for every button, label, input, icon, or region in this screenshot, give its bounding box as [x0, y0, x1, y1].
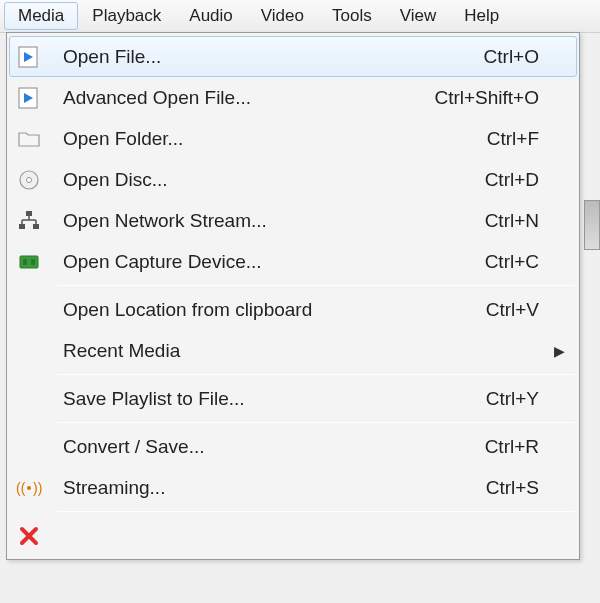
menu-shortcut: Ctrl+O — [484, 46, 569, 68]
svg-text:)): )) — [33, 480, 42, 496]
menu-label: Open Folder... — [63, 128, 487, 150]
menu-shortcut: Ctrl+S — [486, 477, 569, 499]
menu-label: Open Location from clipboard — [63, 299, 486, 321]
menu-item-open-folder[interactable]: Open Folder... Ctrl+F — [9, 118, 577, 159]
menu-tools[interactable]: Tools — [318, 2, 386, 30]
menu-label: Save Playlist to File... — [63, 388, 486, 410]
svg-rect-14 — [23, 259, 27, 265]
menu-shortcut: Ctrl+F — [487, 128, 569, 150]
menu-label: Convert / Save... — [63, 436, 485, 458]
menu-help[interactable]: Help — [450, 2, 513, 30]
svg-rect-8 — [33, 224, 39, 229]
menu-item-advanced-open-file[interactable]: Advanced Open File... Ctrl+Shift+O — [9, 77, 577, 118]
menu-video[interactable]: Video — [247, 2, 318, 30]
quit-icon — [15, 522, 43, 550]
menu-item-open-network[interactable]: Open Network Stream... Ctrl+N — [9, 200, 577, 241]
stream-icon: (()) — [15, 474, 43, 502]
network-icon — [15, 207, 43, 235]
menu-label: Advanced Open File... — [63, 87, 434, 109]
menu-separator — [57, 374, 575, 375]
menu-label: Open Network Stream... — [63, 210, 485, 232]
menu-shortcut: Ctrl+R — [485, 436, 569, 458]
menu-item-open-file[interactable]: Open File... Ctrl+O — [9, 36, 577, 77]
menu-shortcut: Ctrl+Y — [486, 388, 569, 410]
menu-item-convert-save[interactable]: Convert / Save... Ctrl+R — [9, 426, 577, 467]
menu-shortcut: Ctrl+V — [486, 299, 569, 321]
menu-item-quit[interactable] — [9, 515, 577, 556]
menu-separator — [57, 422, 575, 423]
capture-icon — [15, 248, 43, 276]
menu-item-streaming[interactable]: (()) Streaming... Ctrl+S — [9, 467, 577, 508]
submenu-arrow-icon: ▶ — [554, 343, 565, 359]
menu-label: Recent Media — [63, 340, 569, 362]
menu-audio[interactable]: Audio — [175, 2, 246, 30]
menu-item-open-clipboard[interactable]: Open Location from clipboard Ctrl+V — [9, 289, 577, 330]
menu-separator — [57, 511, 575, 512]
svg-rect-6 — [26, 211, 32, 216]
svg-rect-13 — [20, 256, 38, 268]
menubar: Media Playback Audio Video Tools View He… — [0, 0, 600, 33]
svg-point-17 — [27, 486, 31, 490]
play-file-icon — [15, 84, 43, 112]
svg-point-5 — [27, 177, 32, 182]
menu-item-save-playlist[interactable]: Save Playlist to File... Ctrl+Y — [9, 378, 577, 419]
svg-rect-7 — [19, 224, 25, 229]
menu-label: Open Capture Device... — [63, 251, 485, 273]
window-edge — [584, 200, 600, 250]
menu-item-open-disc[interactable]: Open Disc... Ctrl+D — [9, 159, 577, 200]
menu-shortcut: Ctrl+Shift+O — [434, 87, 569, 109]
menu-item-recent-media[interactable]: Recent Media ▶ — [9, 330, 577, 371]
menu-playback[interactable]: Playback — [78, 2, 175, 30]
menu-shortcut: Ctrl+N — [485, 210, 569, 232]
menu-shortcut: Ctrl+C — [485, 251, 569, 273]
menu-label: Open File... — [63, 46, 484, 68]
menu-separator — [57, 285, 575, 286]
menu-media[interactable]: Media — [4, 2, 78, 30]
menu-label: Open Disc... — [63, 169, 485, 191]
folder-icon — [15, 125, 43, 153]
menu-label: Streaming... — [63, 477, 486, 499]
menu-view[interactable]: View — [386, 2, 451, 30]
play-file-icon — [15, 43, 43, 71]
disc-icon — [15, 166, 43, 194]
svg-rect-15 — [31, 259, 35, 265]
media-dropdown: Open File... Ctrl+O Advanced Open File..… — [6, 32, 580, 560]
menu-item-open-capture[interactable]: Open Capture Device... Ctrl+C — [9, 241, 577, 282]
menu-shortcut: Ctrl+D — [485, 169, 569, 191]
svg-text:((: (( — [16, 480, 26, 496]
